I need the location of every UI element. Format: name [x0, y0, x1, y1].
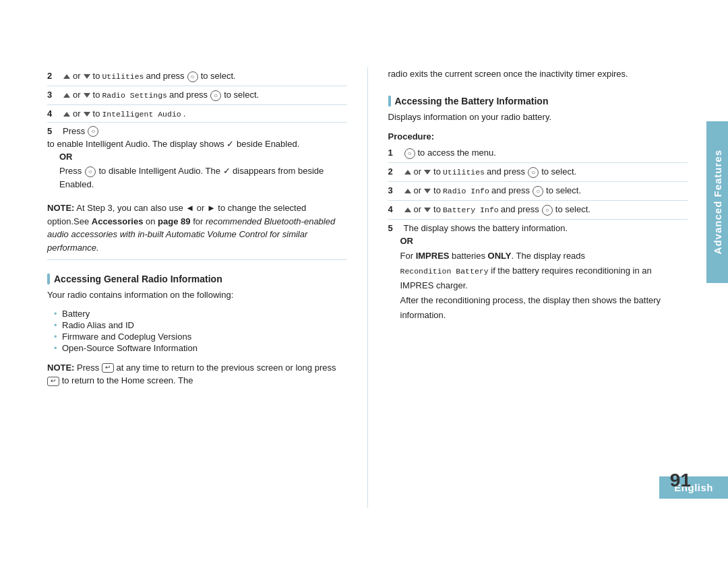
only-bold: ONLY	[488, 251, 512, 261]
bstep-5-num: 5	[388, 223, 399, 233]
step-4-code: Intelligent Audio	[102, 110, 181, 119]
ok-button-icon-b4: ○	[542, 205, 553, 216]
step-3-end: to select.	[224, 90, 259, 100]
battery-step-5: 5 The display shows the battery informat…	[388, 220, 688, 328]
ok-button-icon: ○	[187, 71, 198, 82]
battery-info-heading: Accessing the Battery Information	[388, 96, 688, 106]
battery-step-1: 1 ○ to access the menu.	[388, 144, 688, 163]
note-1-label: NOTE:	[47, 203, 74, 213]
bstep-4-to: to	[433, 204, 441, 214]
note-1-accessories: Accessories	[92, 216, 144, 226]
battery-steps-block: 1 ○ to access the menu. 2 or to Utilitie…	[388, 144, 688, 328]
step-5-alt: Press ○ to disable Intelligent Audio. Th…	[59, 164, 347, 191]
step-3-code: Radio Settings	[102, 91, 167, 100]
impres-bold: IMPRES	[416, 251, 450, 261]
advanced-features-tab: Advanced Features	[706, 121, 728, 283]
steps-top-block: 2 or to Utilities and press ○ to select.…	[47, 67, 347, 196]
arrow-up-icon	[63, 74, 70, 79]
bstep-4-end: to select.	[555, 204, 590, 214]
step-5-text: to enable Intelligent Audio. The display…	[47, 139, 299, 149]
step-3-press: and press	[169, 90, 208, 100]
bstep-3-press: and press	[491, 185, 530, 195]
procedure-label: Procedure:	[388, 131, 688, 142]
note-1-for: for	[193, 216, 206, 226]
bstep-3-num: 3	[388, 185, 399, 195]
note-2-label: NOTE:	[47, 363, 74, 373]
step-3-or: or	[73, 90, 81, 100]
ok-button-icon-b2: ○	[528, 167, 539, 178]
note-2-text: Press	[77, 363, 102, 373]
ok-button-icon-b1: ○	[404, 148, 415, 159]
note-2-block: NOTE: Press ↩ at any time to return to t…	[47, 361, 347, 387]
bstep-2-num: 2	[388, 166, 399, 177]
step-5-num: 5	[47, 126, 58, 136]
back-button-icon: ↩	[102, 363, 114, 373]
step-5-block: 5 Press ○ to enable Intelligent Audio. T…	[47, 123, 347, 196]
battery-step-2: 2 or to Utilities and press ○ to select.	[388, 163, 688, 182]
step-3-num: 3	[47, 90, 58, 100]
battery-step-3: 3 or to Radio Info and press ○ to select…	[388, 182, 688, 201]
arrow-down-icon-b4	[424, 208, 431, 212]
bstep-2-to: to	[433, 166, 441, 177]
recondition-code: Recondition Battery	[400, 267, 489, 276]
step-5-or-label: OR	[59, 152, 347, 162]
arrow-down-icon-2	[84, 93, 90, 98]
note-1-page: page 89	[158, 216, 190, 226]
bstep-3-code: Radio Info	[443, 187, 489, 195]
arrow-down-icon	[84, 74, 90, 79]
battery-step-4: 4 or to Battery Info and press ○ to sele…	[388, 201, 688, 220]
bstep-2-press: and press	[487, 166, 525, 177]
bstep-2-end: to select.	[541, 166, 576, 177]
bstep-1-text: to access the menu.	[418, 148, 496, 158]
step-4-row: 4 or to Intelligent Audio .	[47, 105, 347, 123]
bullet-firmware: Firmware and Codeplug Versions	[53, 332, 347, 342]
step-3-to: to	[93, 90, 100, 100]
heading-bar-icon-2	[388, 96, 391, 106]
general-radio-title: Accessing General Radio Information	[54, 274, 222, 284]
bstep-3-end: to select.	[546, 185, 581, 195]
intro-text: radio exits the current screen once the …	[388, 67, 688, 81]
arrow-up-icon-b2	[404, 170, 411, 175]
bstep-3-or: or	[414, 185, 422, 195]
bstep-4-or: or	[414, 204, 422, 214]
bstep-3-to: to	[433, 185, 441, 195]
content-area: 2 or to Utilities and press ○ to select.…	[47, 67, 688, 508]
bstep-5-or: OR	[400, 236, 688, 246]
battery-info-title: Accessing the Battery Information	[395, 96, 549, 106]
arrow-down-icon-b3	[424, 189, 431, 193]
column-divider	[367, 67, 368, 508]
step-4-dot: .	[183, 108, 186, 119]
bstep-2-code: Utilities	[443, 168, 485, 177]
step-2-code: Utilities	[102, 72, 144, 81]
bstep-1-num: 1	[388, 148, 399, 158]
bstep-4-code: Battery Info	[443, 206, 499, 214]
step-2-num: 2	[47, 71, 58, 81]
step-4-to: to	[93, 108, 100, 119]
step-5-press: Press	[63, 126, 85, 136]
general-radio-bullets: Battery Radio Alias and ID Firmware and …	[53, 309, 347, 354]
bstep-4-num: 4	[388, 204, 399, 214]
general-radio-body: Your radio contains information on the f…	[47, 288, 347, 302]
step-4-num: 4	[47, 108, 58, 119]
right-column: radio exits the current screen once the …	[388, 67, 688, 508]
bstep-4-press: and press	[501, 204, 539, 214]
ok-button-icon-4: ○	[85, 166, 96, 177]
note-1-on: on	[146, 216, 158, 226]
heading-bar-icon	[47, 274, 50, 284]
arrow-up-icon-b3	[404, 189, 411, 193]
step-2-press: and press	[146, 71, 185, 81]
ok-button-icon-2: ○	[210, 90, 221, 101]
note-1-block: NOTE: At Step 3, you can also use ◄ or ►…	[47, 201, 347, 260]
home-button-icon: ↩	[47, 377, 59, 386]
general-radio-heading: Accessing General Radio Information	[47, 274, 347, 284]
step-2-end: to select.	[201, 71, 236, 81]
ok-button-icon-3: ○	[88, 126, 98, 137]
arrow-up-icon-b4	[404, 208, 411, 212]
arrow-up-icon-2	[63, 93, 70, 98]
step-4-or: or	[73, 108, 81, 119]
bullet-battery: Battery	[53, 309, 347, 319]
arrow-down-icon-3	[84, 112, 90, 117]
note-2-text3: to return to the Home screen. The	[62, 375, 193, 385]
step-3-row: 3 or to Radio Settings and press ○ to se…	[47, 86, 347, 105]
arrow-down-icon-b2	[424, 170, 431, 175]
